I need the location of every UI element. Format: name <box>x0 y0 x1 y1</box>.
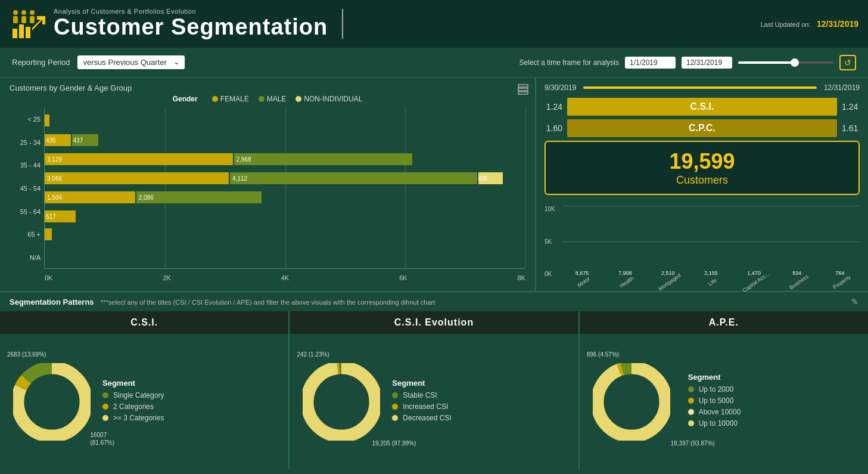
csi-donut-label-br: 16007(81.67%) <box>90 431 114 447</box>
ape-legend-10000: Up to 10000 <box>688 419 861 427</box>
time-slider[interactable] <box>738 61 833 64</box>
x-label-6k: 6K <box>399 274 407 281</box>
svg-rect-11 <box>518 88 528 91</box>
csi-evo-legend: Segment Stable CSI Increased CSI Decreas… <box>392 379 571 425</box>
csi-evo-donut-wrap: 242 (1.23%) 19,205 (97.99%) <box>297 357 386 447</box>
ape-donut-wrap: 896 (4.57%) 18,397 (93.87%) <box>587 357 682 447</box>
p-val-mortgaged: 2,510 <box>661 270 675 276</box>
ape-2000-label: Up to 2000 <box>699 385 734 394</box>
csi-evo-increased-dot <box>392 404 398 410</box>
ape-10000-label: Up to 10000 <box>699 419 738 427</box>
time-slider-container[interactable] <box>738 61 833 64</box>
x-label-2k: 2K <box>163 274 170 281</box>
bar-val-25-34-male: 437 <box>73 137 83 144</box>
female-dot <box>212 96 218 102</box>
chart-edit-icon[interactable] <box>517 83 529 98</box>
svg-rect-6 <box>13 29 17 38</box>
timeframe-label: Select a time frame for analysis <box>519 58 619 67</box>
refresh-button[interactable]: ↺ <box>839 55 856 70</box>
bar-45-54-male: 4,112 <box>230 172 477 184</box>
seg-panel-csi-evo-header[interactable]: C.S.I. Evolution <box>290 311 578 334</box>
big-number: 19,599 <box>555 149 849 174</box>
toolbar: Reporting Period versus Previous Quarter… <box>0 48 868 78</box>
bar-val-65-female: 517 <box>46 213 56 220</box>
date-range-line <box>583 86 817 89</box>
csi-legend-2cat-label: 2 Categories <box>113 402 154 411</box>
csi-legend-single-label: Single Category <box>113 391 164 399</box>
csi-donut-label-tl: 2683 (13.69%) <box>7 351 46 358</box>
ape-legend-5000: Up to 5000 <box>688 396 861 405</box>
bar-45-54-ni: 406 <box>478 172 503 184</box>
header-titles: Analysis of Customers & Portfolios Evolu… <box>54 8 328 40</box>
ape-donut-label-tl: 896 (4.57%) <box>587 351 619 358</box>
chart-title: Customers by Gender & Age Group <box>10 83 525 92</box>
big-number-box: 19,599 Customers <box>545 141 860 195</box>
csi-donut-svg <box>13 363 91 441</box>
y-label-lt25: < 25 <box>10 116 41 123</box>
portfolio-y-labels: 10K 5K 0K <box>545 206 555 277</box>
non-individual-label: NON-INDIVIDUAL <box>304 95 362 103</box>
ape-5000-label: Up to 5000 <box>699 396 734 405</box>
bar-45-54-female: 3,066 <box>45 172 229 184</box>
portfolio-x-labels: Motor Health Mortgaged Life Capital Acc.… <box>562 280 860 286</box>
csi-evo-decreased-dot <box>392 415 398 421</box>
period-select[interactable]: versus Previous Quarter versus Previous … <box>77 55 185 69</box>
csi-evo-legend-stable: Stable CSI <box>392 391 571 399</box>
gender-label: Gender <box>173 95 198 103</box>
csi-legend-3cat: >= 3 Categories <box>102 414 281 422</box>
y-label-55-64: 55 - 64 <box>10 208 41 215</box>
legend-male: MALE <box>259 95 287 103</box>
seg-ape-title: A.P.E. <box>709 317 739 327</box>
y-label-na: N/A <box>10 254 41 261</box>
bar-55-64-female: 1,504 <box>45 191 135 203</box>
date-range-row: 9/30/2019 12/31/2019 <box>545 83 860 92</box>
svg-rect-7 <box>19 24 24 38</box>
csi-legend-2cat: 2 Categories <box>102 402 281 411</box>
p-val-business: 834 <box>792 270 801 276</box>
bar-val-25-34-female: 435 <box>46 137 56 144</box>
svg-point-2 <box>21 10 26 15</box>
ape-donut-br-text: 18,397 (93.87%) <box>671 440 715 447</box>
toolbar-left: Reporting Period versus Previous Quarter… <box>12 55 185 69</box>
csi-evo-donut-svg <box>303 363 380 441</box>
ape-above10000-dot <box>688 409 694 415</box>
ape-donut-label-br: 18,397 (93.87%) <box>671 440 715 447</box>
svg-point-24 <box>605 376 657 427</box>
seg-panel-csi: C.S.I. 2683 (13.69%) 16007(81.67%) <box>0 311 290 469</box>
x-label-0k: 0K <box>45 274 52 281</box>
header: Analysis of Customers & Portfolios Evolu… <box>0 0 868 48</box>
date-end-input[interactable] <box>682 57 732 69</box>
ape-legend-above10000: Above 10000 <box>688 408 861 416</box>
svg-rect-1 <box>13 16 18 23</box>
x-label-8k: 8K <box>518 274 525 281</box>
ape-donut-svg <box>593 363 670 441</box>
csi-bar: C.S.I. <box>567 98 837 116</box>
seg-panel-ape-body: 896 (4.57%) 18,397 (93.87%) Segment <box>580 334 868 469</box>
date-range-end: 12/31/2019 <box>824 83 860 92</box>
seg-csi-evo-title: C.S.I. Evolution <box>394 317 474 327</box>
date-start-input[interactable] <box>625 57 676 69</box>
seg-panel-ape-header[interactable]: A.P.E. <box>580 311 868 334</box>
csi-evo-legend-increased: Increased CSI <box>392 402 571 411</box>
csi-legend-3cat-label: >= 3 Categories <box>113 414 164 422</box>
seg-panel-csi-header[interactable]: C.S.I. <box>0 311 288 334</box>
cpc-right-val: 1.61 <box>842 123 860 133</box>
csi-legend: Segment Single Category 2 Categories >= … <box>102 379 281 425</box>
big-number-label: Customers <box>555 174 849 187</box>
toolbar-right: Select a time frame for analysis ↺ <box>519 55 856 70</box>
bar-55-64-male: 2,086 <box>136 191 262 203</box>
csi-evo-donut-label-br: 19,205 (97.99%) <box>372 440 416 447</box>
grid-line-75 <box>405 108 406 268</box>
csi-legend-single: Single Category <box>102 391 281 399</box>
p-val-motor: 8,675 <box>575 270 589 276</box>
period-select-wrapper[interactable]: versus Previous Quarter versus Previous … <box>77 55 185 69</box>
left-chart-panel: Customers by Gender & Age Group Gender F… <box>0 78 536 291</box>
portfolio-bars-wrap: 10K 5K 0K 8,675 7,908 <box>562 206 860 277</box>
logo-icon <box>10 8 45 41</box>
bar-65-female: 517 <box>45 210 76 222</box>
p-grid-top <box>562 206 860 206</box>
seg-edit-button[interactable]: ✎ <box>851 297 858 306</box>
seg-csi-title: C.S.I. <box>130 317 158 327</box>
male-dot <box>259 96 265 102</box>
svg-rect-8 <box>26 27 30 38</box>
